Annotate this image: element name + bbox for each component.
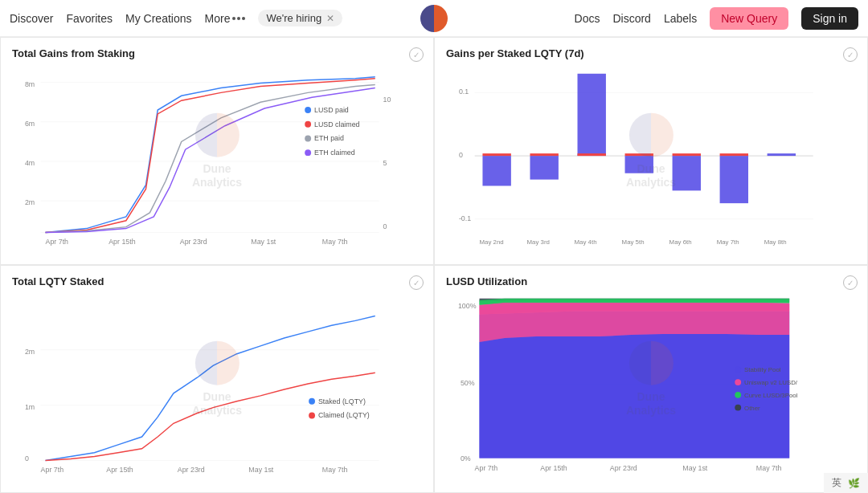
panel3-check-icon[interactable]: ✓: [409, 275, 424, 290]
bottom-bar: 英 🌿: [824, 473, 868, 493]
svg-text:50%: 50%: [461, 379, 475, 387]
svg-text:5: 5: [383, 159, 387, 167]
svg-text:Other: Other: [744, 405, 760, 412]
logo[interactable]: [420, 5, 448, 32]
nav-more[interactable]: More: [205, 12, 246, 25]
svg-text:Apr 7th: Apr 7th: [475, 464, 498, 472]
svg-text:Apr 7th: Apr 7th: [41, 466, 64, 474]
svg-text:0.1: 0.1: [459, 88, 469, 96]
sign-in-button[interactable]: Sign in: [801, 7, 858, 30]
panel1-chart: Issuance (LUSD) Redemption (ETH) 8m 6m 4…: [12, 63, 422, 256]
nav-labels[interactable]: Labels: [664, 12, 697, 25]
more-dots-icon: [232, 17, 245, 20]
svg-point-88: [735, 366, 741, 373]
svg-text:0: 0: [383, 222, 387, 230]
svg-text:Apr 15th: Apr 15th: [540, 464, 567, 472]
svg-rect-42: [673, 156, 701, 190]
panel-total-gains: Total Gains from Staking ✓ DuneAnalytics…: [0, 37, 434, 265]
svg-text:Apr 23rd: Apr 23rd: [178, 466, 205, 474]
panel-gains-staked: Gains per Staked LQTY (7d) ✓ DuneAnalyti…: [434, 37, 868, 265]
new-query-button[interactable]: New Query: [710, 7, 788, 30]
svg-text:0: 0: [459, 151, 463, 159]
panel2-title: Gains per Staked LQTY (7d): [446, 47, 856, 59]
svg-point-90: [735, 379, 741, 385]
svg-text:100%: 100%: [458, 302, 477, 310]
svg-point-92: [735, 392, 741, 398]
svg-text:Apr 15th: Apr 15th: [108, 238, 136, 246]
svg-rect-44: [720, 156, 748, 203]
panel2-chart: LUSD / USD 0.1 0 -0.1: [446, 63, 856, 256]
svg-text:-0.1: -0.1: [459, 214, 471, 222]
panel4-title: LUSD Utilization: [446, 275, 856, 287]
panel-lusd-utilization: LUSD Utilization ✓ DuneAnalytics 100% 50…: [434, 265, 868, 493]
panel1-check-icon[interactable]: ✓: [409, 47, 424, 62]
svg-text:ETH paid: ETH paid: [314, 134, 344, 142]
svg-rect-45: [720, 153, 748, 156]
panel-lqty-staked: Total LQTY Staked ✓ DuneAnalytics LQTY 2…: [0, 265, 434, 493]
nav-docs[interactable]: Docs: [575, 12, 600, 25]
svg-marker-80: [480, 334, 790, 458]
svg-point-68: [309, 413, 315, 419]
svg-text:May 5th: May 5th: [622, 238, 645, 246]
svg-text:Curve LUSD/3Pool: Curve LUSD/3Pool: [744, 392, 798, 399]
svg-rect-43: [673, 153, 701, 156]
panel1-title: Total Gains from Staking: [12, 47, 422, 59]
svg-text:May 6th: May 6th: [669, 238, 692, 246]
svg-text:Staked (LQTY): Staked (LQTY): [318, 397, 366, 405]
svg-text:1m: 1m: [25, 403, 35, 411]
svg-rect-38: [578, 74, 606, 156]
panel4-check-icon[interactable]: ✓: [843, 275, 858, 290]
svg-text:Apr 7th: Apr 7th: [46, 238, 69, 246]
svg-text:May 1st: May 1st: [251, 238, 276, 246]
svg-point-23: [305, 136, 311, 142]
svg-rect-35: [482, 153, 510, 156]
nav-discover[interactable]: Discover: [10, 12, 53, 25]
svg-rect-34: [482, 156, 510, 185]
svg-text:May 1st: May 1st: [682, 464, 708, 472]
hiring-badge[interactable]: We're hiring ✕: [258, 10, 342, 26]
svg-point-19: [305, 107, 311, 113]
header: Discover Favorites My Creations More We'…: [0, 0, 868, 37]
svg-text:Uniswap v2 LUSD/: Uniswap v2 LUSD/: [744, 379, 798, 386]
svg-point-21: [305, 121, 311, 128]
svg-text:May 1st: May 1st: [248, 466, 274, 474]
svg-text:May 7th: May 7th: [322, 466, 348, 474]
nav-discord[interactable]: Discord: [612, 12, 650, 25]
panel4-chart: 100% 50% 0% Apr 7th: [446, 291, 856, 484]
svg-rect-41: [625, 153, 653, 156]
svg-point-94: [735, 405, 741, 411]
svg-text:0%: 0%: [461, 454, 471, 462]
svg-text:2m: 2m: [25, 348, 35, 356]
bottom-lang: 英: [832, 476, 841, 490]
svg-text:May 7th: May 7th: [756, 464, 782, 472]
svg-text:6m: 6m: [25, 120, 35, 128]
svg-text:4m: 4m: [25, 159, 35, 167]
svg-text:LUSD claimed: LUSD claimed: [314, 120, 360, 128]
nav-right: Docs Discord Labels New Query Sign in: [575, 7, 858, 30]
svg-text:Apr 15th: Apr 15th: [106, 466, 133, 474]
panel3-chart: LQTY 2m 1m 0 Apr 7th Apr 15th Apr 23rd M…: [12, 291, 422, 484]
nav-my-creations[interactable]: My Creations: [125, 12, 191, 25]
svg-text:ETH claimed: ETH claimed: [314, 149, 355, 157]
svg-text:8m: 8m: [25, 80, 35, 88]
svg-text:Claimed (LQTY): Claimed (LQTY): [318, 411, 370, 419]
nav-favorites[interactable]: Favorites: [66, 12, 113, 25]
svg-point-25: [305, 149, 311, 156]
svg-text:Apr 23rd: Apr 23rd: [180, 238, 207, 246]
svg-text:10: 10: [383, 96, 391, 104]
svg-text:0: 0: [25, 454, 29, 462]
hiring-close-icon[interactable]: ✕: [326, 14, 334, 23]
main-grid: Total Gains from Staking ✓ DuneAnalytics…: [0, 37, 868, 493]
svg-rect-36: [530, 156, 558, 180]
svg-text:LUSD paid: LUSD paid: [314, 106, 349, 114]
svg-rect-37: [530, 153, 558, 156]
panel2-check-icon[interactable]: ✓: [843, 47, 858, 62]
svg-text:May 2nd: May 2nd: [480, 238, 504, 246]
nav-left: Discover Favorites My Creations More We'…: [10, 10, 575, 26]
svg-rect-40: [625, 156, 653, 173]
svg-text:May 7th: May 7th: [717, 238, 739, 246]
svg-point-66: [309, 398, 315, 405]
svg-text:Stability Pool: Stability Pool: [744, 366, 781, 373]
svg-text:May 7th: May 7th: [322, 238, 348, 246]
svg-text:May 3rd: May 3rd: [527, 238, 550, 246]
